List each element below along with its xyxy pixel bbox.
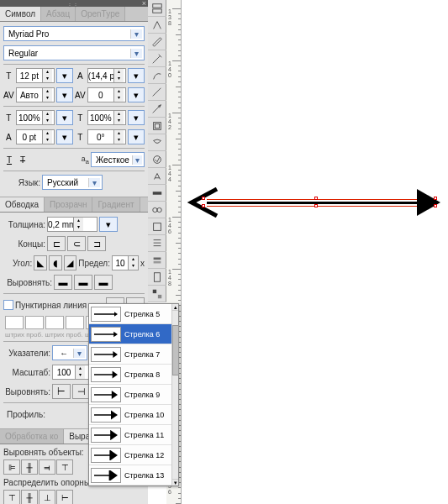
align-top-button[interactable]: ⊤ <box>56 459 73 475</box>
tool-btn[interactable] <box>148 202 166 218</box>
align-inside-icon[interactable]: ▬ <box>74 275 92 290</box>
tab-opacity[interactable]: Прозрачн <box>45 197 92 212</box>
dropdown-icon[interactable]: ▾ <box>56 87 73 102</box>
tab-paragraph[interactable]: Абзац <box>41 7 76 21</box>
dropdown-icon[interactable]: ▾ <box>56 68 73 83</box>
markers-label: Указатели: <box>3 349 50 358</box>
tab-opentype[interactable]: OpenType <box>76 7 125 21</box>
join-bevel-icon[interactable]: ◢ <box>64 255 77 270</box>
arrow-option[interactable]: Стрелка 10 <box>89 405 178 425</box>
kerning-spinner[interactable]: ▴▾ <box>16 87 55 102</box>
weight-spinner[interactable]: ▴▾ <box>47 217 98 232</box>
tool-btn[interactable] <box>148 269 166 286</box>
dash-checkbox[interactable] <box>3 300 13 310</box>
limit-input <box>113 259 128 268</box>
tool-btn[interactable] <box>148 118 166 134</box>
dropdown-icon[interactable]: ▾ <box>128 110 145 125</box>
tool-btn[interactable] <box>148 84 166 101</box>
dropdown-icon[interactable]: ▾ <box>56 129 73 144</box>
end-marker-popup[interactable]: Стрелка 5Стрелка 6Стрелка 7Стрелка 8Стре… <box>88 303 179 486</box>
tool-btn[interactable] <box>148 235 166 252</box>
tool-btn[interactable] <box>148 185 166 202</box>
strikethrough-icon[interactable]: T <box>17 154 29 165</box>
cap-square-icon[interactable]: ⊐ <box>87 236 106 251</box>
font-family-dropdown[interactable]: Myriad Pro ▾ <box>3 26 145 41</box>
scale-spinner[interactable]: ▴▾ <box>52 365 89 380</box>
aa-dropdown[interactable]: Жесткое ▾ <box>91 152 145 167</box>
arrow-option[interactable]: Стрелка 12 <box>89 445 178 465</box>
arrow-option-label: Стрелка 5 <box>124 310 160 318</box>
dropdown-icon[interactable]: ▾ <box>128 129 145 144</box>
baseline-icon: A <box>3 131 14 143</box>
tool-btn[interactable] <box>148 34 166 50</box>
lang-dropdown[interactable]: Русский ▾ <box>42 175 103 190</box>
scrollbar[interactable]: ▴ ▾ <box>171 304 178 486</box>
font-family-value: Myriad Pro <box>6 29 130 39</box>
tool-btn[interactable] <box>148 151 166 168</box>
gap-field[interactable] <box>66 316 84 329</box>
arrow-option[interactable]: Стрелка 13 <box>89 465 178 486</box>
dist-top-button[interactable]: ⊤ <box>3 490 20 504</box>
start-marker-dropdown[interactable]: ←▾ <box>52 345 87 360</box>
chevron-down-icon: ▾ <box>130 29 142 39</box>
profile-label: Профиль: <box>3 410 45 419</box>
tracking-spinner[interactable]: ▴▾ <box>87 87 126 102</box>
tab-gradient[interactable]: Градиент <box>92 197 140 212</box>
align-center-icon[interactable]: ▬ <box>54 275 72 290</box>
tab-pathfinder[interactable]: Обработка ко <box>0 429 64 444</box>
cap-round-icon[interactable]: ⊂ <box>67 236 86 251</box>
dist-vcenter-button[interactable]: ╫ <box>21 490 38 504</box>
tool-btn[interactable] <box>148 286 166 302</box>
hscale-spinner[interactable]: ▴▾ <box>87 110 126 125</box>
arrow-option[interactable]: Стрелка 6 <box>89 324 178 344</box>
arrow-option[interactable]: Стрелка 7 <box>89 344 178 365</box>
gap-field[interactable] <box>25 316 44 329</box>
weight-input <box>48 220 73 229</box>
tool-btn[interactable] <box>148 252 166 269</box>
baseline-spinner[interactable]: ▴▾ <box>16 129 55 144</box>
arrow-option[interactable]: Стрелка 5 <box>89 304 178 324</box>
cap-butt-icon[interactable]: ⊏ <box>47 236 66 251</box>
tool-btn[interactable] <box>148 134 166 151</box>
align-hcenter-button[interactable]: ╫ <box>21 459 38 475</box>
vscale-spinner[interactable]: ▴▾ <box>16 110 55 125</box>
arrow-option[interactable]: Стрелка 8 <box>89 365 178 385</box>
tool-btn[interactable] <box>148 101 166 118</box>
join-round-icon[interactable]: ◖ <box>49 255 62 270</box>
dropdown-icon[interactable]: ▾ <box>128 68 145 83</box>
dropdown-icon[interactable]: ▾ <box>56 110 73 125</box>
dist-left-button[interactable]: ⊢ <box>56 490 73 504</box>
underline-icon[interactable]: T <box>3 154 15 165</box>
tool-btn[interactable] <box>148 17 166 34</box>
tool-btn[interactable] <box>148 50 166 67</box>
dash-field[interactable] <box>5 316 24 329</box>
dash-field[interactable] <box>45 316 64 329</box>
align-right-button[interactable]: ⫤ <box>39 459 55 475</box>
tool-btn[interactable] <box>148 0 166 17</box>
arrow-option[interactable]: Стрелка 9 <box>89 385 178 405</box>
tool-btn[interactable] <box>148 168 166 185</box>
align-outside-icon[interactable]: ▬ <box>94 275 113 290</box>
tool-btn[interactable] <box>148 67 166 84</box>
panel-grip[interactable]: ⋮⋮× <box>0 0 148 7</box>
limit-spinner[interactable]: ▴▾ <box>112 255 139 270</box>
tool-btn[interactable] <box>148 218 166 235</box>
marker-align1-icon[interactable]: ⊢ <box>52 384 71 399</box>
dropdown-icon[interactable]: ▾ <box>99 217 118 232</box>
arrow-option[interactable]: Стрелка 11 <box>89 425 178 445</box>
align-left-button[interactable]: ⊫ <box>3 459 20 475</box>
rotation-spinner[interactable]: ▴▾ <box>87 129 126 144</box>
aa-value: Жесткое <box>93 155 132 165</box>
dropdown-icon[interactable]: ▾ <box>128 87 145 102</box>
scroll-thumb[interactable] <box>172 325 179 375</box>
join-miter-icon[interactable]: ◣ <box>34 255 47 270</box>
dist-bottom-button[interactable]: ⊥ <box>39 490 55 504</box>
font-style-dropdown[interactable]: Regular ▾ <box>3 45 145 60</box>
canvas-area[interactable] <box>182 0 448 504</box>
tab-stroke[interactable]: Обводка <box>0 197 45 212</box>
leading-spinner[interactable]: ▴▾ <box>87 68 126 83</box>
chevron-down-icon: ▾ <box>132 155 142 165</box>
font-size-spinner[interactable]: ▴▾ <box>16 68 55 83</box>
hscale-input <box>88 113 113 123</box>
tab-symbol[interactable]: Символ <box>0 7 41 21</box>
